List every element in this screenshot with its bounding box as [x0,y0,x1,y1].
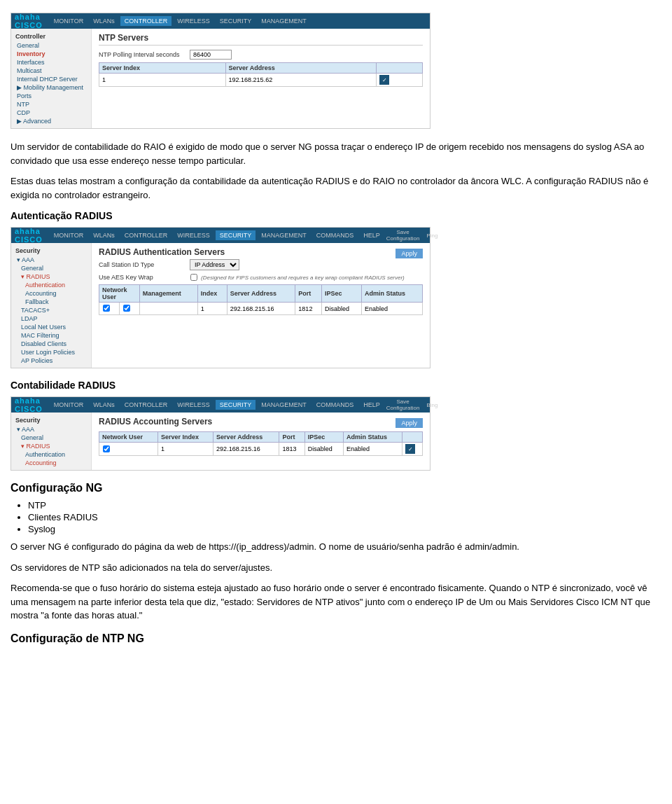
ping-btn[interactable]: Ping [424,229,440,242]
call-station-select[interactable]: IP Address [190,259,239,270]
acct-bing-btn[interactable]: Bing [424,398,440,411]
sidebar-ldap[interactable]: LDAP [11,314,91,323]
cell-index: 1 [99,74,226,87]
nav-controller[interactable]: CONTROLLER [120,16,172,26]
sidebar-tacacs[interactable]: TACACS+ [11,306,91,314]
auth-nav-wireless[interactable]: WIRELESS [173,230,214,240]
nav-wireless[interactable]: WIRELESS [173,16,214,26]
auth-topbar-extra: Save Configuration Ping [384,229,440,242]
acct-cell-btn[interactable]: ✓ [402,443,423,456]
sidebar-general[interactable]: General [11,264,91,272]
acct-cell-index: 1 [158,443,214,456]
sidebar-radius[interactable]: ▾ RADIUS [11,272,91,281]
acct-nav-monitor[interactable]: MONITOR [50,400,88,410]
auth-nav-help[interactable]: HELP [359,230,384,240]
sidebar-item-interfaces[interactable]: Interfaces [11,58,91,67]
acct-nav-wireless[interactable]: WIRELESS [173,400,214,410]
auth-page-title: RADIUS Authentication Servers [99,247,225,259]
sidebar-mac-filtering[interactable]: MAC Filtering [11,331,91,340]
acct-content: RADIUS Accounting Servers Apply Network … [92,413,430,470]
polling-row: NTP Polling Interval seconds 86400 [99,50,423,60]
acct-nav-help[interactable]: HELP [359,400,384,410]
acct-sidebar-aaa[interactable]: ▾ AAA [11,425,91,434]
auth-nav-security[interactable]: SECURITY [216,230,256,240]
acct-table-row: 1 292.168.215.16 1813 Disabled Enabled ✓ [99,443,423,456]
sidebar-accounting[interactable]: Accounting [11,289,91,298]
nav-monitor[interactable]: MONITOR [50,16,88,26]
acct-cell-port: 1813 [279,443,304,456]
acct-user-checkbox[interactable] [103,445,110,452]
col-server-addr: Server Address [227,285,295,303]
sidebar-item-cdp[interactable]: CDP [11,109,91,117]
auth-nav-wlans[interactable]: WLANs [89,230,119,240]
config-list-item-radius: Clientes RADIUS [28,512,662,522]
nav-wlans[interactable]: WLANs [89,16,119,26]
sidebar-local-net[interactable]: Local Net Users [11,323,91,331]
acct-nav-management[interactable]: MANAGEMENT [257,400,311,410]
auth-apply-btn[interactable]: Apply [396,249,423,258]
acct-sidebar-section: Security [11,415,91,425]
polling-value[interactable]: 86400 [190,50,232,60]
cell-row-index: 1 [197,303,227,315]
call-station-label: Call Station ID Type [99,261,190,268]
cell-address: 192.168.215.62 [225,74,377,87]
main-nav: MONITOR WLANs CONTROLLER WIRELESS SECURI… [50,16,311,26]
sidebar-item-ports[interactable]: Ports [11,92,91,100]
col-management: Management [139,285,197,303]
acct-nav-wlans[interactable]: WLANs [89,400,119,410]
sidebar-disabled-clients[interactable]: Disabled Clients [11,340,91,348]
auth-nav-monitor[interactable]: MONITOR [50,230,88,240]
acct-nav-controller[interactable]: CONTROLLER [120,400,172,410]
acct-page-title: RADIUS Accounting Servers [99,417,212,429]
cell-row-address: 292.168.215.16 [227,303,295,315]
cell-btn[interactable]: ✓ [377,74,423,87]
cell-user-cb[interactable] [99,303,120,315]
sidebar-fallback[interactable]: Fallback [11,298,91,306]
col-server-index: Server Index [99,63,226,74]
acct-cell-user[interactable] [99,443,158,456]
sidebar-user-login[interactable]: User Login Policies [11,348,91,356]
nav-management[interactable]: MANAGEMENT [257,16,311,26]
auth-radius-heading: Autenticação RADIUS [10,210,662,221]
acct-col-status: Admin Status [344,432,402,443]
sidebar-item-dhcp[interactable]: Internal DHCP Server [11,75,91,83]
user-checkbox[interactable] [103,305,110,312]
aes-checkbox[interactable] [190,274,197,281]
acct-edit-btn[interactable]: ✓ [405,444,415,454]
acct-nav-security[interactable]: SECURITY [216,400,256,410]
auth-table-row: 1 292.168.215.16 1812 Disabled Enabled [99,303,423,315]
sidebar-section-controller: Controller [11,32,91,41]
sidebar-item-multicast[interactable]: Multicast [11,67,91,75]
acct-topbar-extra: Save Configuration Bing [384,398,440,411]
acct-col-ipsec: IPSec [304,432,343,443]
sidebar-item-mobility[interactable]: ▶ Mobility Management [11,83,91,92]
auth-nav-controller[interactable]: CONTROLLER [120,230,172,240]
col-port: Port [295,285,322,303]
aes-note: (Designed for FIPS customers and require… [201,275,405,281]
acct-apply-btn[interactable]: Apply [396,418,423,428]
sidebar-authentication[interactable]: Authentication [11,281,91,289]
acct-sidebar-auth[interactable]: Authentication [11,450,91,459]
mgmt-checkbox[interactable] [123,305,130,312]
sidebar-item-ntp[interactable]: NTP [11,100,91,109]
sidebar-item-inventory[interactable]: Inventory [11,50,91,58]
sidebar-ap-policies[interactable]: AP Policies [11,356,91,365]
acct-frame-body: Security ▾ AAA General ▾ RADIUS Authenti… [11,413,430,470]
paragraph-1: Um servidor de contabilidade do RAIO é e… [10,140,662,167]
auth-nav-commands[interactable]: COMMANDS [312,230,358,240]
sidebar-item-advanced[interactable]: ▶ Advanced [11,117,91,125]
sidebar-aaa[interactable]: ▾ AAA [11,256,91,264]
nav-security[interactable]: SECURITY [216,16,256,26]
sidebar-item-general[interactable]: General [11,41,91,50]
acct-save-btn[interactable]: Save Configuration [384,398,422,411]
cell-mgmt-cb[interactable] [119,303,139,315]
auth-nav-management[interactable]: MANAGEMENT [257,230,311,240]
acct-sidebar-general[interactable]: General [11,434,91,442]
acct-nav-commands[interactable]: COMMANDS [312,400,358,410]
save-config-btn[interactable]: Save Configuration [384,229,422,242]
acct-sidebar-radius[interactable]: ▾ RADIUS [11,442,91,450]
edit-btn[interactable]: ✓ [379,75,389,85]
acct-sidebar-accounting[interactable]: Accounting [11,459,91,467]
topbar: ahahaCISCO MONITOR WLANs CONTROLLER WIRE… [11,13,430,29]
col-ipsec: IPSec [321,285,361,303]
